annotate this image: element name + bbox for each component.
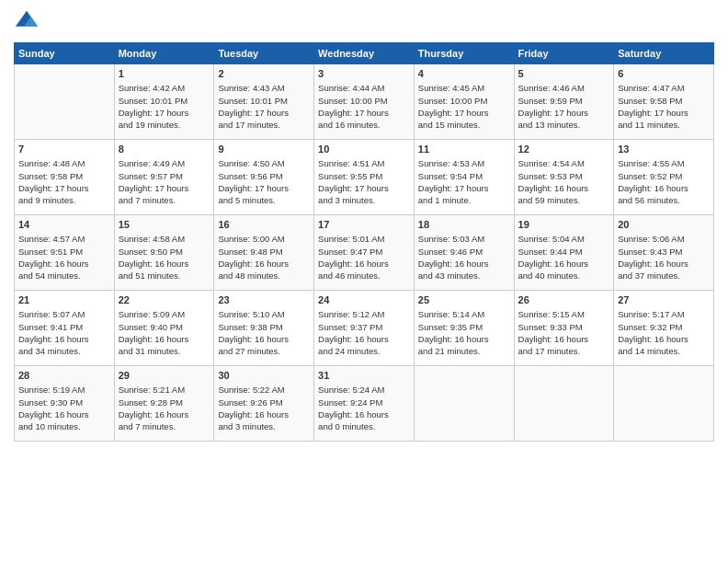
header-cell-wednesday: Wednesday [314, 43, 415, 64]
day-info: Sunrise: 4:50 AM Sunset: 9:56 PM Dayligh… [218, 157, 310, 206]
day-number: 4 [418, 67, 510, 81]
day-info: Sunrise: 5:01 AM Sunset: 9:47 PM Dayligh… [318, 233, 410, 282]
calendar-cell: 8Sunrise: 4:49 AM Sunset: 9:57 PM Daylig… [114, 140, 214, 215]
calendar-cell: 23Sunrise: 5:10 AM Sunset: 9:38 PM Dayli… [214, 291, 314, 366]
day-number: 25 [418, 293, 510, 307]
calendar-table: SundayMondayTuesdayWednesdayThursdayFrid… [14, 42, 714, 442]
calendar-cell: 2Sunrise: 4:43 AM Sunset: 10:01 PM Dayli… [214, 64, 314, 140]
day-info: Sunrise: 5:12 AM Sunset: 9:37 PM Dayligh… [318, 308, 410, 357]
day-info: Sunrise: 5:14 AM Sunset: 9:35 PM Dayligh… [418, 308, 510, 357]
day-number: 20 [618, 218, 710, 232]
week-row-5: 28Sunrise: 5:19 AM Sunset: 9:30 PM Dayli… [15, 366, 714, 442]
calendar-cell: 26Sunrise: 5:15 AM Sunset: 9:33 PM Dayli… [514, 291, 614, 366]
logo [14, 9, 43, 35]
day-info: Sunrise: 4:57 AM Sunset: 9:51 PM Dayligh… [18, 233, 110, 282]
day-number: 21 [18, 293, 110, 307]
day-number: 29 [119, 369, 210, 383]
calendar-cell: 31Sunrise: 5:24 AM Sunset: 9:24 PM Dayli… [314, 366, 415, 442]
day-number: 8 [119, 143, 210, 156]
day-number: 16 [218, 218, 310, 232]
header-cell-saturday: Saturday [614, 43, 714, 64]
page-container: SundayMondayTuesdayWednesdayThursdayFrid… [0, 0, 728, 451]
calendar-cell: 20Sunrise: 5:06 AM Sunset: 9:43 PM Dayli… [614, 215, 714, 291]
day-info: Sunrise: 4:51 AM Sunset: 9:55 PM Dayligh… [318, 157, 410, 206]
day-number: 17 [318, 218, 410, 232]
day-info: Sunrise: 4:53 AM Sunset: 9:54 PM Dayligh… [418, 157, 510, 206]
header-cell-friday: Friday [514, 43, 614, 64]
day-number: 30 [218, 369, 310, 383]
calendar-cell: 5Sunrise: 4:46 AM Sunset: 9:59 PM Daylig… [514, 64, 614, 140]
day-info: Sunrise: 4:58 AM Sunset: 9:50 PM Dayligh… [119, 233, 210, 282]
day-number: 18 [418, 218, 510, 232]
calendar-cell [15, 64, 115, 140]
calendar-cell: 1Sunrise: 4:42 AM Sunset: 10:01 PM Dayli… [114, 64, 214, 140]
week-row-1: 1Sunrise: 4:42 AM Sunset: 10:01 PM Dayli… [15, 64, 714, 140]
calendar-header: SundayMondayTuesdayWednesdayThursdayFrid… [15, 43, 714, 64]
day-number: 6 [618, 67, 710, 81]
day-info: Sunrise: 5:10 AM Sunset: 9:38 PM Dayligh… [218, 308, 310, 357]
day-number: 26 [518, 293, 610, 307]
calendar-cell: 30Sunrise: 5:22 AM Sunset: 9:26 PM Dayli… [214, 366, 314, 442]
calendar-cell: 18Sunrise: 5:03 AM Sunset: 9:46 PM Dayli… [414, 215, 514, 291]
day-number: 15 [119, 218, 210, 232]
calendar-cell: 25Sunrise: 5:14 AM Sunset: 9:35 PM Dayli… [414, 291, 514, 366]
day-info: Sunrise: 5:19 AM Sunset: 9:30 PM Dayligh… [18, 384, 110, 432]
day-info: Sunrise: 5:04 AM Sunset: 9:44 PM Dayligh… [518, 233, 610, 282]
header-cell-monday: Monday [114, 43, 214, 64]
calendar-cell [514, 366, 614, 442]
day-info: Sunrise: 4:55 AM Sunset: 9:52 PM Dayligh… [618, 157, 710, 206]
calendar-cell: 19Sunrise: 5:04 AM Sunset: 9:44 PM Dayli… [514, 215, 614, 291]
calendar-cell: 14Sunrise: 4:57 AM Sunset: 9:51 PM Dayli… [15, 215, 115, 291]
calendar-cell: 29Sunrise: 5:21 AM Sunset: 9:28 PM Dayli… [114, 366, 214, 442]
day-info: Sunrise: 5:06 AM Sunset: 9:43 PM Dayligh… [618, 233, 710, 282]
day-number: 13 [618, 143, 710, 156]
calendar-cell: 17Sunrise: 5:01 AM Sunset: 9:47 PM Dayli… [314, 215, 415, 291]
day-info: Sunrise: 4:48 AM Sunset: 9:58 PM Dayligh… [18, 157, 110, 206]
day-info: Sunrise: 4:43 AM Sunset: 10:01 PM Daylig… [218, 82, 310, 131]
day-info: Sunrise: 4:44 AM Sunset: 10:00 PM Daylig… [318, 82, 410, 131]
day-info: Sunrise: 5:22 AM Sunset: 9:26 PM Dayligh… [218, 384, 310, 432]
calendar-cell [614, 366, 714, 442]
calendar-body: 1Sunrise: 4:42 AM Sunset: 10:01 PM Dayli… [15, 64, 714, 442]
day-number: 14 [18, 218, 110, 232]
day-info: Sunrise: 4:49 AM Sunset: 9:57 PM Dayligh… [119, 157, 210, 206]
day-number: 9 [218, 143, 310, 156]
calendar-cell: 24Sunrise: 5:12 AM Sunset: 9:37 PM Dayli… [314, 291, 415, 366]
day-number: 31 [318, 369, 410, 383]
calendar-cell: 27Sunrise: 5:17 AM Sunset: 9:32 PM Dayli… [614, 291, 714, 366]
week-row-2: 7Sunrise: 4:48 AM Sunset: 9:58 PM Daylig… [15, 140, 714, 215]
day-info: Sunrise: 5:03 AM Sunset: 9:46 PM Dayligh… [418, 233, 510, 282]
header-row: SundayMondayTuesdayWednesdayThursdayFrid… [15, 43, 714, 64]
calendar-cell [414, 366, 514, 442]
calendar-cell: 12Sunrise: 4:54 AM Sunset: 9:53 PM Dayli… [514, 140, 614, 215]
day-info: Sunrise: 4:42 AM Sunset: 10:01 PM Daylig… [119, 82, 210, 131]
day-number: 2 [218, 67, 310, 81]
day-info: Sunrise: 5:15 AM Sunset: 9:33 PM Dayligh… [518, 308, 610, 357]
day-number: 11 [418, 143, 510, 156]
day-number: 1 [119, 67, 210, 81]
day-number: 19 [518, 218, 610, 232]
week-row-3: 14Sunrise: 4:57 AM Sunset: 9:51 PM Dayli… [15, 215, 714, 291]
day-info: Sunrise: 4:46 AM Sunset: 9:59 PM Dayligh… [518, 82, 610, 131]
day-info: Sunrise: 5:21 AM Sunset: 9:28 PM Dayligh… [119, 384, 210, 432]
day-info: Sunrise: 4:54 AM Sunset: 9:53 PM Dayligh… [518, 157, 610, 206]
header-cell-tuesday: Tuesday [214, 43, 314, 64]
day-number: 7 [18, 143, 110, 156]
day-info: Sunrise: 5:07 AM Sunset: 9:41 PM Dayligh… [18, 308, 110, 357]
day-info: Sunrise: 5:00 AM Sunset: 9:48 PM Dayligh… [218, 233, 310, 282]
calendar-cell: 9Sunrise: 4:50 AM Sunset: 9:56 PM Daylig… [214, 140, 314, 215]
day-number: 23 [218, 293, 310, 307]
calendar-cell: 13Sunrise: 4:55 AM Sunset: 9:52 PM Dayli… [614, 140, 714, 215]
calendar-cell: 11Sunrise: 4:53 AM Sunset: 9:54 PM Dayli… [414, 140, 514, 215]
day-number: 24 [318, 293, 410, 307]
calendar-cell: 10Sunrise: 4:51 AM Sunset: 9:55 PM Dayli… [314, 140, 415, 215]
day-info: Sunrise: 4:45 AM Sunset: 10:00 PM Daylig… [418, 82, 510, 131]
calendar-cell: 7Sunrise: 4:48 AM Sunset: 9:58 PM Daylig… [15, 140, 115, 215]
day-info: Sunrise: 4:47 AM Sunset: 9:58 PM Dayligh… [618, 82, 710, 131]
calendar-cell: 15Sunrise: 4:58 AM Sunset: 9:50 PM Dayli… [114, 215, 214, 291]
day-info: Sunrise: 5:24 AM Sunset: 9:24 PM Dayligh… [318, 384, 410, 432]
day-info: Sunrise: 5:17 AM Sunset: 9:32 PM Dayligh… [618, 308, 710, 357]
header-cell-thursday: Thursday [414, 43, 514, 64]
calendar-cell: 4Sunrise: 4:45 AM Sunset: 10:00 PM Dayli… [414, 64, 514, 140]
week-row-4: 21Sunrise: 5:07 AM Sunset: 9:41 PM Dayli… [15, 291, 714, 366]
